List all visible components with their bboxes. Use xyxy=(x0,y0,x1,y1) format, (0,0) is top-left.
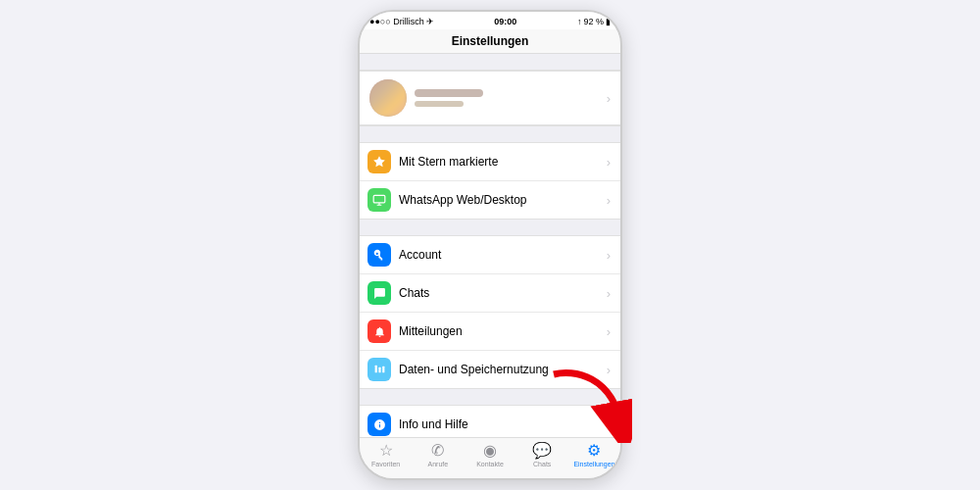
anrufe-label: Anrufe xyxy=(427,461,448,467)
list-item-starred[interactable]: Mit Stern markierte › xyxy=(360,143,620,181)
chats-chevron: › xyxy=(607,286,611,301)
kontakte-label: Kontakte xyxy=(476,461,504,467)
list-item-webdesktop[interactable]: WhatsApp Web/Desktop › xyxy=(360,181,620,219)
list-item-info[interactable]: Info und Hilfe › xyxy=(360,406,620,437)
section-gap-1 xyxy=(360,126,620,142)
chats-tab-label: Chats xyxy=(533,461,551,467)
settings-section: Account › Chats › xyxy=(360,235,620,389)
profile-name-blur xyxy=(415,89,483,97)
profile-sub-blur xyxy=(415,101,464,107)
tab-einstellungen[interactable]: ⚙ Einstellungen xyxy=(568,443,620,467)
einstellungen-icon: ⚙ xyxy=(587,443,601,459)
nav-bar: Einstellungen xyxy=(360,29,620,54)
mitteilungen-label: Mitteilungen xyxy=(399,324,607,338)
status-time: 09:00 xyxy=(494,17,516,26)
monitor-icon xyxy=(368,188,391,212)
chats-tab-icon: 💬 xyxy=(532,443,552,459)
svg-rect-2 xyxy=(378,367,380,371)
location-icon: ↑ xyxy=(577,17,582,26)
avatar xyxy=(369,79,407,117)
chats-label: Chats xyxy=(399,286,607,300)
favoriten-icon: ☆ xyxy=(379,443,393,459)
phone-frame: ●●○○ Drillisch ✈ 09:00 ↑ 92 % ▮ Einstell… xyxy=(358,10,622,480)
info-chevron: › xyxy=(607,417,611,432)
carrier-text: ●●○○ Drillisch xyxy=(369,17,424,26)
status-right: ↑ 92 % ▮ xyxy=(577,17,611,26)
anrufe-icon: ✆ xyxy=(431,443,444,459)
list-item-mitteilungen[interactable]: Mitteilungen › xyxy=(360,313,620,351)
star-icon xyxy=(368,150,391,173)
info-icon xyxy=(368,413,391,436)
svg-rect-1 xyxy=(374,365,376,372)
webdesktop-chevron: › xyxy=(607,193,611,208)
list-item-daten[interactable]: Daten- und Speichernutzung › xyxy=(360,351,620,388)
favoriten-label: Favoriten xyxy=(371,461,400,467)
starred-section: Mit Stern markierte › WhatsApp Web/Deskt… xyxy=(360,142,620,220)
section-gap-top xyxy=(360,54,620,70)
settings-content: › Mit Stern markierte › xyxy=(360,54,620,437)
profile-row[interactable]: › xyxy=(360,71,620,125)
battery-text: 92 % xyxy=(583,17,604,26)
einstellungen-label: Einstellungen xyxy=(573,461,614,467)
svg-rect-0 xyxy=(373,195,385,203)
list-item-account[interactable]: Account › xyxy=(360,236,620,274)
chat-icon xyxy=(368,281,391,305)
wifi-icon: ✈ xyxy=(426,17,434,26)
profile-chevron: › xyxy=(607,91,611,106)
status-left: ●●○○ Drillisch ✈ xyxy=(369,17,434,26)
key-icon xyxy=(368,243,391,267)
profile-info xyxy=(415,89,607,107)
starred-label: Mit Stern markierte xyxy=(399,155,607,169)
section-gap-3 xyxy=(360,389,620,405)
profile-section[interactable]: › xyxy=(360,70,620,126)
kontakte-icon: ◉ xyxy=(483,443,497,459)
account-label: Account xyxy=(399,248,607,262)
tab-bar: ☆ Favoriten ✆ Anrufe ◉ Kontakte 💬 Chats … xyxy=(360,437,620,478)
daten-chevron: › xyxy=(607,363,611,377)
status-bar: ●●○○ Drillisch ✈ 09:00 ↑ 92 % ▮ xyxy=(360,12,620,29)
daten-label: Daten- und Speichernutzung xyxy=(399,363,607,376)
account-chevron: › xyxy=(607,248,611,263)
bell-icon xyxy=(368,319,391,343)
tab-chats[interactable]: 💬 Chats xyxy=(516,443,568,467)
tab-anrufe[interactable]: ✆ Anrufe xyxy=(412,443,464,467)
battery-icon: ▮ xyxy=(606,17,611,26)
page-title: Einstellungen xyxy=(360,34,620,48)
tab-kontakte[interactable]: ◉ Kontakte xyxy=(464,443,515,467)
info-label: Info und Hilfe xyxy=(399,417,607,431)
tab-favoriten[interactable]: ☆ Favoriten xyxy=(360,443,412,467)
bars-icon xyxy=(368,358,391,381)
mitteilungen-chevron: › xyxy=(607,324,611,339)
starred-chevron: › xyxy=(607,155,611,170)
svg-rect-3 xyxy=(382,366,384,372)
webdesktop-label: WhatsApp Web/Desktop xyxy=(399,193,607,207)
list-item-chats[interactable]: Chats › xyxy=(360,274,620,313)
help-section: Info und Hilfe › xyxy=(360,405,620,437)
section-gap-2 xyxy=(360,220,620,235)
